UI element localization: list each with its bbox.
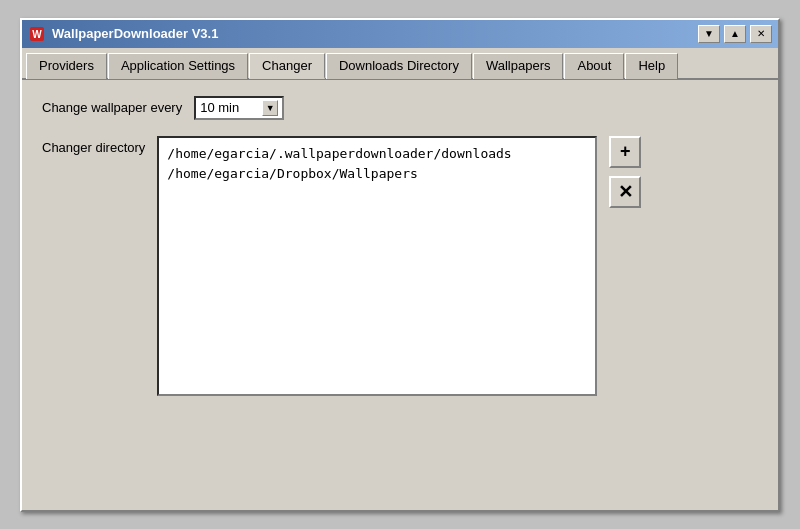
directories-textarea[interactable]: /home/egarcia/.wallpaperdownloader/downl… (157, 136, 597, 396)
dir-buttons: + ✕ (609, 136, 641, 396)
minimize-button[interactable]: ▼ (698, 25, 720, 43)
change-interval-row: Change wallpaper every 10 min ▼ (42, 96, 758, 120)
dropdown-arrow-icon: ▼ (262, 100, 278, 116)
tab-downloads-directory[interactable]: Downloads Directory (326, 53, 472, 79)
tab-providers[interactable]: Providers (26, 53, 107, 79)
interval-value: 10 min (200, 100, 239, 115)
dir-section: /home/egarcia/.wallpaperdownloader/downl… (157, 136, 758, 396)
restore-button[interactable]: ▲ (724, 25, 746, 43)
tab-changer[interactable]: Changer (249, 53, 325, 79)
titlebar: W WallpaperDownloader V3.1 ▼ ▲ ✕ (22, 20, 778, 48)
tabs-bar: Providers Application Settings Changer D… (22, 48, 778, 80)
remove-directory-button[interactable]: ✕ (609, 176, 641, 208)
interval-dropdown[interactable]: 10 min ▼ (194, 96, 284, 120)
main-window: W WallpaperDownloader V3.1 ▼ ▲ ✕ Provide… (20, 18, 780, 512)
add-directory-button[interactable]: + (609, 136, 641, 168)
tab-application-settings[interactable]: Application Settings (108, 53, 248, 79)
change-wallpaper-label: Change wallpaper every (42, 100, 182, 115)
tab-wallpapers[interactable]: Wallpapers (473, 53, 564, 79)
tab-help[interactable]: Help (625, 53, 678, 79)
changer-dir-label: Changer directory (42, 136, 145, 155)
tab-about[interactable]: About (564, 53, 624, 79)
changer-dir-row: Changer directory /home/egarcia/.wallpap… (42, 136, 758, 396)
window-title: WallpaperDownloader V3.1 (52, 26, 218, 41)
app-icon: W (28, 25, 46, 43)
titlebar-left: W WallpaperDownloader V3.1 (28, 25, 218, 43)
chevron-down-icon: ▼ (266, 103, 275, 113)
svg-text:W: W (32, 29, 42, 40)
close-button[interactable]: ✕ (750, 25, 772, 43)
content-area: Change wallpaper every 10 min ▼ Changer … (22, 80, 778, 510)
titlebar-controls: ▼ ▲ ✕ (698, 25, 772, 43)
